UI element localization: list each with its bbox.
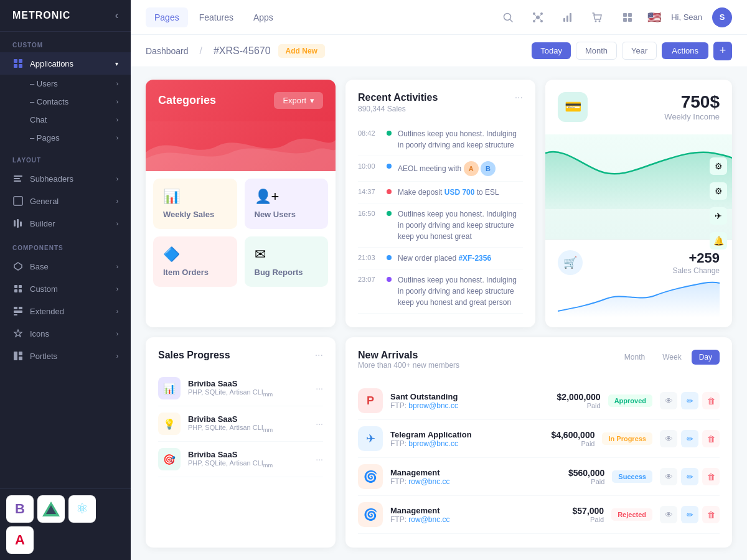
year-button[interactable]: Year bbox=[622, 42, 657, 60]
item-orders-tile[interactable]: 🔷 Item Orders bbox=[153, 236, 237, 287]
arrivals-subtitle: More than 400+ new members bbox=[358, 361, 459, 370]
progress-menu-icon[interactable]: ··· bbox=[315, 350, 323, 361]
prog-icon-1: 📊 bbox=[158, 377, 181, 399]
sidebar-item-applications[interactable]: Applications ▾ bbox=[0, 52, 131, 75]
arrivals-tab-day[interactable]: Day bbox=[692, 350, 720, 365]
flag-icon[interactable]: 🇺🇸 bbox=[647, 11, 661, 24]
sidebar-item-builder[interactable]: Builder › bbox=[0, 212, 131, 235]
add-button[interactable]: + bbox=[713, 42, 732, 60]
bug-reports-tile[interactable]: ✉ Bug Reports bbox=[245, 236, 329, 287]
svg-rect-23 bbox=[19, 357, 22, 360]
sidebar-item-general[interactable]: General › bbox=[0, 190, 131, 212]
right-icon-2[interactable]: ⚙ bbox=[710, 182, 727, 200]
bug-reports-icon: ✉ bbox=[255, 246, 319, 263]
topnav-right: 🇺🇸 Hi, Sean S bbox=[498, 7, 732, 27]
svg-rect-9 bbox=[17, 219, 19, 228]
activity-time-3: 14:37 bbox=[358, 188, 380, 195]
arrival-action-edit-3[interactable]: ✏ bbox=[681, 468, 698, 485]
prog-name-1: Briviba SaaS bbox=[188, 379, 273, 388]
pages-chevron-icon: › bbox=[116, 134, 118, 141]
month-button[interactable]: Month bbox=[576, 42, 617, 60]
income-amount: 750$ bbox=[664, 92, 720, 112]
sidebar-sub-pages[interactable]: – Pages › bbox=[30, 129, 131, 147]
arrival-action-eye-3[interactable]: 👁 bbox=[660, 468, 677, 485]
arrival-price-3: $560,000 bbox=[568, 468, 604, 478]
sidebar-item-base[interactable]: Base › bbox=[0, 255, 131, 278]
layout-section-label: LAYOUT bbox=[0, 147, 131, 167]
right-icon-1[interactable]: ⚙ bbox=[710, 157, 727, 175]
shop-icon[interactable] bbox=[588, 7, 608, 27]
arrival-status-2: In Progress bbox=[602, 432, 652, 445]
arrivals-tab-week[interactable]: Week bbox=[655, 350, 688, 365]
svg-rect-8 bbox=[14, 220, 16, 226]
prog-dots-2[interactable]: ··· bbox=[316, 419, 323, 429]
new-users-tile[interactable]: 👤+ New Users bbox=[245, 179, 329, 229]
activities-menu-icon[interactable]: ··· bbox=[515, 92, 523, 103]
svg-marker-11 bbox=[14, 263, 22, 270]
arrival-action-edit-4[interactable]: ✏ bbox=[681, 506, 698, 523]
sidebar-item-icons[interactable]: Icons › bbox=[0, 322, 131, 345]
right-icon-3[interactable]: ✈ bbox=[710, 207, 727, 225]
arrival-ftp-2: FTP: bprow@bnc.cc bbox=[390, 439, 472, 448]
chat-label: Chat bbox=[30, 115, 47, 124]
prog-dots-3[interactable]: ··· bbox=[316, 454, 323, 464]
sidebar-item-custom[interactable]: Custom › bbox=[0, 278, 131, 300]
add-new-button[interactable]: Add New bbox=[278, 44, 325, 58]
portlets-label: Portlets bbox=[30, 352, 57, 361]
arrival-status-1: Approved bbox=[608, 394, 652, 407]
activity-item-4: 16:50 Outlines keep you honest. Indulgin… bbox=[358, 203, 523, 248]
actions-button[interactable]: Actions bbox=[662, 42, 708, 59]
activity-time-5: 21:03 bbox=[358, 254, 380, 261]
network-icon[interactable] bbox=[528, 7, 548, 27]
svg-rect-2 bbox=[14, 64, 17, 68]
arrivals-title: New Arrivals bbox=[358, 350, 459, 361]
sidebar-item-extended[interactable]: Extended › bbox=[0, 300, 131, 322]
sidebar-toggle-icon[interactable]: ‹ bbox=[115, 10, 118, 21]
arrival-action-delete-2[interactable]: 🗑 bbox=[702, 430, 720, 447]
export-button[interactable]: Export ▾ bbox=[274, 92, 323, 109]
deposit-link[interactable]: USD 700 bbox=[444, 188, 475, 197]
chart-icon[interactable] bbox=[558, 7, 578, 27]
tab-features[interactable]: Features bbox=[190, 7, 242, 27]
general-label: General bbox=[30, 197, 59, 206]
svg-rect-21 bbox=[14, 352, 17, 360]
arrival-action-delete-4[interactable]: 🗑 bbox=[702, 506, 720, 523]
arrivals-tab-month[interactable]: Month bbox=[617, 350, 652, 365]
weekly-sales-tile[interactable]: 📊 Weekly Sales bbox=[153, 179, 237, 229]
sidebar-item-subheaders[interactable]: Subheaders › bbox=[0, 167, 131, 190]
arrival-action-eye-1[interactable]: 👁 bbox=[660, 392, 677, 409]
arrival-status-4: Rejected bbox=[611, 508, 652, 521]
activities-subtitle: 890,344 Sales bbox=[358, 105, 438, 113]
today-button[interactable]: Today bbox=[532, 42, 571, 59]
prog-dots-1[interactable]: ··· bbox=[316, 383, 323, 393]
tab-apps[interactable]: Apps bbox=[245, 7, 282, 27]
user-avatar[interactable]: S bbox=[712, 7, 732, 27]
arrival-action-delete-1[interactable]: 🗑 bbox=[702, 392, 720, 409]
sidebar-item-portlets[interactable]: Portlets › bbox=[0, 345, 131, 367]
arrival-action-delete-3[interactable]: 🗑 bbox=[702, 468, 720, 485]
tab-pages[interactable]: Pages bbox=[146, 7, 188, 27]
sidebar-sub-users[interactable]: – Users › bbox=[30, 75, 131, 93]
recent-activities-card: Recent Activities 890,344 Sales ··· 08:4… bbox=[345, 80, 535, 327]
right-icon-4[interactable]: 🔔 bbox=[710, 232, 727, 250]
builder-icon bbox=[12, 218, 24, 229]
weekly-sales-icon: 📊 bbox=[163, 189, 227, 205]
grid-icon[interactable] bbox=[618, 7, 637, 27]
subheaders-icon bbox=[12, 173, 24, 184]
arrival-price-2: $4,600,000 bbox=[551, 430, 594, 440]
weekly-sales-label: Weekly Sales bbox=[163, 210, 227, 219]
arrival-action-edit-1[interactable]: ✏ bbox=[681, 392, 698, 409]
arrival-actions-4: 👁 ✏ 🗑 bbox=[660, 506, 720, 523]
sidebar-sub-contacts[interactable]: – Contacts › bbox=[30, 93, 131, 111]
search-icon[interactable] bbox=[498, 7, 518, 27]
arrival-price-1: $2,000,000 bbox=[557, 392, 601, 402]
order-link[interactable]: #XF-2356 bbox=[458, 254, 491, 263]
general-icon bbox=[12, 195, 24, 207]
sidebar-sub-chat[interactable]: Chat › bbox=[30, 111, 131, 129]
react-logo: ⚛ bbox=[68, 495, 96, 523]
svg-rect-37 bbox=[563, 18, 565, 22]
arrival-action-eye-4[interactable]: 👁 bbox=[660, 506, 677, 523]
arrival-action-edit-2[interactable]: ✏ bbox=[681, 430, 698, 447]
activity-text-6: Outlines keep you honest. Indulging in p… bbox=[398, 274, 523, 308]
arrival-action-eye-2[interactable]: 👁 bbox=[660, 430, 677, 447]
